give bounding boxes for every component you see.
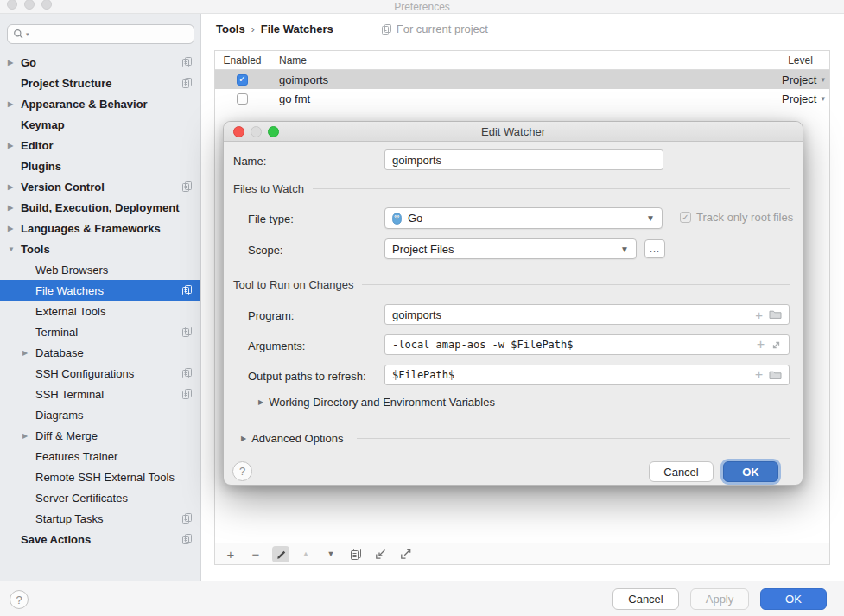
remove-button[interactable]: − — [247, 546, 264, 562]
sidebar-item-terminal[interactable]: Terminal — [0, 321, 200, 342]
expand-icon[interactable] — [771, 340, 782, 351]
project-level-icon — [181, 533, 193, 544]
chevron-down-icon: ▾ — [821, 75, 825, 84]
table-header: Enabled Name Level — [215, 51, 829, 70]
folder-icon[interactable] — [769, 370, 782, 380]
insert-macro-icon[interactable]: + — [757, 337, 765, 352]
breadcrumb-tools[interactable]: Tools — [216, 22, 245, 35]
sidebar-item-appearance-behavior[interactable]: ▶ Appearance & Behavior — [0, 93, 200, 114]
sidebar-item-tools[interactable]: ▼ Tools — [0, 238, 200, 259]
dialog-minimize-button[interactable] — [251, 126, 262, 137]
section-divider — [313, 188, 790, 189]
window-title: Preferences — [0, 1, 844, 13]
column-header-enabled[interactable]: Enabled — [215, 51, 270, 69]
chevron-right-icon: ▶ — [258, 398, 263, 406]
name-field[interactable]: goimports — [384, 149, 663, 170]
name-label: Name: — [233, 155, 266, 168]
apply-button[interactable]: Apply — [690, 588, 749, 610]
sidebar-item-diff-merge[interactable]: ▶ Diff & Merge — [0, 425, 200, 446]
duplicate-button[interactable] — [347, 546, 365, 562]
column-header-name[interactable]: Name — [270, 51, 771, 69]
sidebar-item-version-control[interactable]: ▶ Version Control — [0, 176, 200, 197]
chevron-right-icon: ▶ — [241, 435, 246, 442]
dialog-cancel-button[interactable]: Cancel — [649, 461, 714, 482]
chevron-right-icon: ▶ — [8, 225, 13, 232]
enabled-checkbox[interactable]: ✓ — [237, 74, 248, 86]
sidebar-item-editor[interactable]: ▶ Editor — [0, 135, 200, 156]
edit-watcher-dialog: Edit Watcher Name: goimports Files to Wa… — [223, 121, 803, 486]
add-button[interactable]: + — [222, 546, 239, 562]
move-down-button[interactable]: ▼ — [322, 546, 340, 562]
dialog-help-button[interactable]: ? — [232, 461, 252, 481]
level-dropdown[interactable]: Project ▾ — [771, 73, 829, 86]
advanced-options-toggle[interactable]: ▶ Advanced Options — [241, 432, 790, 445]
chevron-right-icon: ▶ — [22, 349, 28, 357]
sidebar-item-ssh-terminal[interactable]: SSH Terminal — [0, 384, 200, 404]
scope-dropdown[interactable]: Project Files ▼ — [384, 238, 637, 259]
scope-label: Scope: — [248, 244, 282, 257]
import-button[interactable] — [372, 546, 390, 562]
export-icon — [400, 548, 412, 560]
dialog-close-button[interactable] — [233, 126, 244, 137]
sidebar-item-diagrams[interactable]: Diagrams — [0, 404, 200, 425]
enabled-checkbox[interactable] — [237, 93, 248, 105]
sidebar-item-features-trainer[interactable]: Features Trainer — [0, 446, 200, 467]
working-directory-toggle[interactable]: ▶ Working Directory and Environment Vari… — [258, 396, 495, 409]
move-up-button[interactable]: ▲ — [297, 546, 314, 562]
folder-icon[interactable] — [769, 309, 782, 320]
program-label: Program: — [248, 309, 294, 322]
dialog-ok-button[interactable]: OK — [723, 461, 778, 482]
sidebar-item-build-execution-deployment[interactable]: ▶ Build, Execution, Deployment — [0, 197, 200, 218]
insert-macro-icon[interactable]: + — [755, 308, 763, 322]
tool-to-run-section: Tool to Run on Changes — [233, 278, 790, 291]
scope-browse-button[interactable]: ... — [644, 239, 665, 258]
table-row-go-fmt[interactable]: go fmt Project ▾ — [215, 89, 829, 108]
sidebar-item-database[interactable]: ▶ Database — [0, 342, 200, 363]
insert-macro-icon[interactable]: + — [755, 367, 763, 383]
sidebar-item-project-structure[interactable]: Project Structure — [0, 73, 200, 93]
breadcrumb-file-watchers: File Watchers — [261, 22, 333, 35]
sidebar-item-server-certificates[interactable]: Server Certificates — [0, 487, 200, 508]
dialog-zoom-button[interactable] — [268, 126, 279, 137]
edit-button[interactable] — [272, 546, 289, 562]
export-button[interactable] — [397, 546, 415, 562]
column-header-level[interactable]: Level — [771, 51, 829, 69]
output-paths-field[interactable]: $FilePath$ + — [384, 365, 790, 385]
watcher-name: go fmt — [270, 89, 771, 108]
sidebar-item-remote-ssh-external-tools[interactable]: Remote SSH External Tools — [0, 467, 200, 487]
cancel-button[interactable]: Cancel — [612, 588, 679, 610]
sidebar-item-external-tools[interactable]: External Tools — [0, 301, 200, 321]
arguments-field[interactable]: -local amap-aos -w $FilePath$ + — [384, 334, 790, 355]
sidebar-item-keymap[interactable]: Keymap — [0, 114, 200, 135]
ok-button[interactable]: OK — [760, 588, 827, 610]
project-level-icon — [181, 367, 193, 378]
file-type-dropdown[interactable]: Go ▼ — [384, 207, 663, 229]
go-file-type-icon — [392, 213, 402, 225]
project-level-icon — [381, 23, 392, 35]
sidebar-item-startup-tasks[interactable]: Startup Tasks — [0, 508, 200, 529]
chevron-right-icon: ▶ — [22, 432, 28, 440]
track-only-root-files-checkbox[interactable]: ✓ Track only root files — [680, 211, 793, 224]
project-level-icon — [181, 326, 193, 337]
project-level-icon — [181, 77, 193, 88]
search-options-caret-icon: ▾ — [26, 31, 29, 38]
sidebar-item-languages-frameworks[interactable]: ▶ Languages & Frameworks — [0, 218, 200, 238]
project-level-icon — [181, 512, 193, 524]
settings-sidebar: ▾ ▶ Go Project Structure ▶ Appearance & … — [0, 14, 201, 581]
file-type-label: File type: — [248, 213, 294, 225]
chevron-right-icon: ▶ — [8, 59, 13, 67]
program-field[interactable]: goimports + — [384, 304, 790, 325]
sidebar-item-ssh-configurations[interactable]: SSH Configurations — [0, 363, 200, 384]
help-button[interactable]: ? — [10, 590, 29, 609]
sidebar-item-file-watchers[interactable]: File Watchers — [0, 280, 200, 301]
sidebar-item-plugins[interactable]: Plugins — [0, 156, 200, 176]
sidebar-item-save-actions[interactable]: Save Actions — [0, 529, 200, 549]
search-input[interactable]: ▾ — [7, 24, 194, 44]
table-row-goimports[interactable]: ✓ goimports Project ▾ — [215, 70, 829, 89]
breadcrumb: Tools › File Watchers For current projec… — [216, 22, 488, 35]
sidebar-item-go[interactable]: ▶ Go — [0, 52, 200, 73]
table-toolbar: + − ▲ ▼ — [215, 543, 829, 564]
sidebar-item-web-browsers[interactable]: Web Browsers — [0, 259, 200, 280]
arguments-label: Arguments: — [248, 340, 305, 352]
level-dropdown[interactable]: Project ▾ — [771, 92, 829, 105]
